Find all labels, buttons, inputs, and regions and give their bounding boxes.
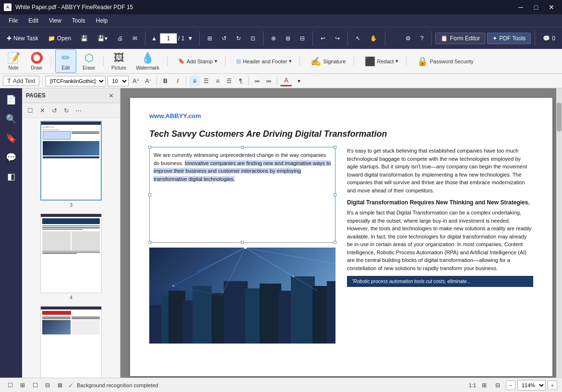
prev-page-button[interactable]: ▲ [149,33,159,44]
edit-button[interactable]: ✏ Edit [55,49,76,73]
handle-ml[interactable] [148,193,151,196]
fmt-sep-3 [186,76,186,86]
menu-edit[interactable]: Edit [24,16,43,25]
status-tool-4[interactable]: ⊟ [42,380,53,391]
pdf-tools-button[interactable]: ✦ PDF Tools [487,33,531,44]
doc-scroll-thumb[interactable] [557,103,562,131]
add-stamp-button[interactable]: 🔖 Add Stamp ▾ [174,56,221,66]
handle-br[interactable] [334,241,336,244]
zoom-in-button[interactable]: + [548,380,557,390]
close-button[interactable]: ✕ [545,2,558,12]
font-family-select[interactable]: [ITCFranklinGothic] [46,76,106,86]
add-text-button[interactable]: T Add Text [3,76,39,86]
fit-page-button[interactable]: ⊞ [203,33,216,44]
page-tool-more[interactable]: ⋯ [73,105,84,116]
next-page-button[interactable]: ▼ [186,33,195,44]
new-task-button[interactable]: ✚ New Task [3,33,42,44]
handle-tl[interactable] [148,146,151,149]
page-tool-delete[interactable]: ✕ [37,105,48,116]
status-tool-2[interactable]: ⊞ [17,380,28,391]
page-tool-add[interactable]: ☐ [25,105,36,116]
align-justify-button[interactable]: ☰ [224,76,234,86]
save-button[interactable]: 💾 [77,33,92,44]
draw-button[interactable]: ⭕ Draw [26,50,47,72]
note-button[interactable]: 📝 Note [3,50,24,72]
doc-scrollbar[interactable] [556,88,562,378]
sidebar-comments-icon[interactable]: 💬 [2,149,20,166]
page-thumbnail-3[interactable]: www.ABBYY.com Tech Savvy Customers Are D… [25,121,117,208]
decrease-font-button[interactable]: A⁻ [143,76,154,86]
fit-width-status-btn[interactable]: ⊟ [492,380,503,391]
watermark-button[interactable]: 💧 Watermark [132,50,163,72]
erase-label: Erase [83,65,95,71]
rotate-right-button[interactable]: ↻ [232,33,245,44]
crop-button[interactable]: ⊡ [247,33,259,44]
sidebar-layers-icon[interactable]: ◧ [2,168,20,185]
align-left-button[interactable]: ≡ [189,76,200,86]
minimize-button[interactable]: ─ [514,2,527,12]
signature-button[interactable]: ✍ Signature [307,54,349,69]
numbered-list-button[interactable]: ≔ [263,76,274,86]
header-footer-button[interactable]: ▤ Header and Footer ▾ [232,56,296,66]
page-thumbnail-4[interactable]: 4 [25,214,117,300]
email-button[interactable]: ✉ [129,33,141,44]
text-box-selected[interactable]: We are currently witnessing unprecedente… [149,147,335,243]
print-icon: 🖨 [117,35,123,42]
separator-4 [312,31,313,46]
text-color-button[interactable]: A [280,76,292,86]
tool3-button[interactable]: ⊟ [296,33,309,44]
maximize-button[interactable]: □ [529,2,543,12]
handle-mr[interactable] [334,193,336,196]
sidebar-pages-icon[interactable]: 📄 [2,91,20,108]
pages-close-button[interactable]: ✕ [106,90,116,101]
erase-button[interactable]: ⬡ Erase [78,50,99,72]
handle-tm[interactable] [241,146,244,149]
menu-file[interactable]: File [4,16,23,25]
open-button[interactable]: 📁 Open [44,33,75,44]
status-tool-1[interactable]: ☐ [5,380,15,391]
form-editor-button[interactable]: 📋 Form Editor [435,33,485,44]
page-number-input[interactable] [160,33,177,44]
print-button[interactable]: 🖨 [113,33,127,44]
menu-help[interactable]: Help [91,16,113,25]
save-as-button[interactable]: 💾▾ [94,33,111,44]
scan-button[interactable]: ⊕ [267,33,280,44]
italic-button[interactable]: I [172,76,183,86]
page-tool-rotate-left[interactable]: ↺ [49,105,60,116]
ocr-button[interactable]: ⊞ [282,33,294,44]
font-size-select[interactable]: 10 [108,76,129,86]
status-tool-5[interactable]: ⊠ [55,380,65,391]
status-tool-3[interactable]: ☐ [30,380,40,391]
menu-tools[interactable]: Tools [67,16,90,25]
zoom-select[interactable]: 114% [517,380,546,391]
align-center-button[interactable]: ☰ [201,76,211,86]
handle-bm[interactable] [241,241,244,244]
fit-page-status-btn[interactable]: ⊞ [479,380,490,391]
help-button[interactable]: ? [417,33,428,44]
bullet-list-button[interactable]: ≔ [252,76,263,86]
messages-button[interactable]: 💬 0 [539,33,559,44]
zoom-out-button[interactable]: − [506,380,515,390]
handle-tr[interactable] [334,146,336,149]
menu-view[interactable]: View [44,16,66,25]
select-button[interactable]: ↖ [352,33,364,44]
undo-button[interactable]: ↩ [317,33,329,44]
svg-rect-4 [192,286,212,344]
sidebar-search-icon[interactable]: 🔍 [2,110,20,128]
redo-button[interactable]: ↪ [331,33,344,44]
align-right-button[interactable]: ≡ [212,76,223,86]
increase-font-button[interactable]: A⁺ [131,76,141,86]
hand-button[interactable]: ✋ [366,33,381,44]
text-color-arrow[interactable]: ▾ [294,76,304,86]
picture-button[interactable]: 🖼 Picture [108,50,130,72]
settings-button[interactable]: ⚙ [402,33,415,44]
page-tool-rotate-right[interactable]: ↻ [61,105,72,116]
sidebar-bookmark-icon[interactable]: 🔖 [2,130,20,147]
text-style-button[interactable]: ¶ [235,76,246,86]
page-thumbnail-5[interactable]: 5 [25,306,117,378]
redact-button[interactable]: ⬛ Redact ▾ [361,54,403,69]
password-security-button[interactable]: 🔒 Password Security [413,54,477,69]
handle-bl[interactable] [148,241,151,244]
bold-button[interactable]: B [160,76,170,86]
rotate-left-button[interactable]: ↺ [218,33,230,44]
